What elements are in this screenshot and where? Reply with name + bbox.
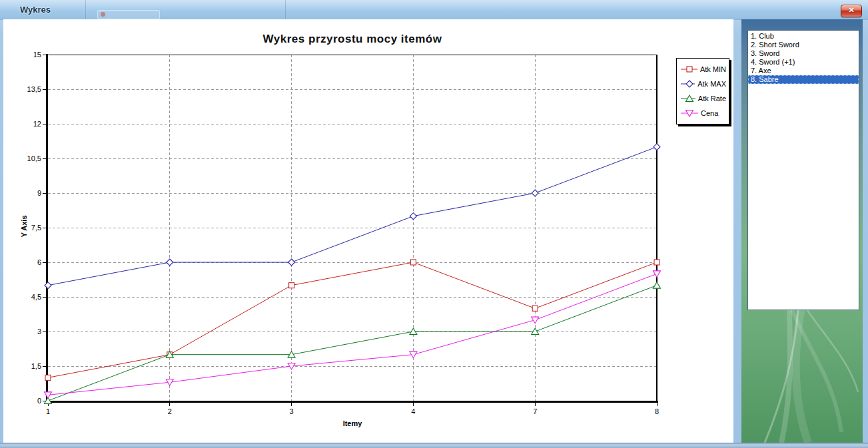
svg-text:15: 15: [33, 51, 41, 59]
legend-item: Atk MAX: [681, 77, 726, 91]
window-bottom-border: [0, 443, 868, 448]
item-panel: 1. Club2. Short Sword3. Sword4. Sword (+…: [741, 19, 863, 443]
background-ghost-button: [97, 10, 160, 19]
chart-canvas: 01,534,567,5910,51213,515123478: [3, 19, 733, 443]
legend-label: Atk MIN: [700, 65, 726, 73]
square-marker-icon: [681, 65, 697, 73]
close-button[interactable]: ✕: [841, 5, 862, 17]
svg-text:3: 3: [290, 407, 294, 415]
svg-text:1,5: 1,5: [31, 362, 41, 370]
svg-text:7,5: 7,5: [31, 224, 41, 232]
window-title: Wykres: [20, 5, 51, 15]
svg-text:13,5: 13,5: [27, 85, 41, 93]
svg-text:9: 9: [37, 189, 41, 197]
legend-label: Cena: [701, 109, 718, 117]
titlebar-glass-ghost: [285, 0, 286, 19]
list-item[interactable]: 1. Club: [748, 32, 859, 41]
svg-text:4,5: 4,5: [31, 293, 41, 301]
list-item[interactable]: 7. Axe: [748, 67, 859, 75]
titlebar-glass-ghost: [85, 0, 86, 19]
svg-text:3: 3: [37, 328, 41, 336]
list-item[interactable]: 8. Sabre: [748, 75, 859, 84]
triangle-down-marker-icon: [681, 109, 698, 117]
svg-text:7: 7: [533, 407, 537, 415]
legend-item: Atk MIN: [681, 62, 726, 77]
chart-legend: Atk MINAtk MAXAtk RateCena: [676, 58, 729, 124]
svg-text:8: 8: [655, 407, 659, 415]
screen: Wykres ✕ Wykres przyrostu mocy itemów Y …: [0, 0, 868, 448]
legend-item: Cena: [681, 106, 726, 120]
svg-text:4: 4: [411, 407, 415, 415]
titlebar[interactable]: Wykres ✕: [0, 0, 868, 20]
svg-text:0: 0: [37, 397, 41, 405]
list-item[interactable]: 4. Sword (+1): [748, 58, 859, 67]
svg-text:12: 12: [33, 120, 41, 128]
diamond-marker-icon: [681, 80, 695, 88]
list-item[interactable]: 2. Short Sword: [748, 41, 859, 49]
background-ghost-icon: [101, 12, 105, 17]
legend-item: Atk Rate: [681, 91, 726, 106]
svg-text:10,5: 10,5: [27, 154, 41, 162]
svg-text:2: 2: [168, 407, 172, 415]
item-listbox[interactable]: 1. Club2. Short Sword3. Sword4. Sword (+…: [747, 30, 859, 310]
legend-label: Atk MAX: [697, 80, 726, 88]
svg-text:6: 6: [37, 258, 41, 266]
chart-panel: Wykres przyrostu mocy itemów Y Axis Item…: [3, 19, 733, 443]
legend-label: Atk Rate: [698, 95, 726, 103]
close-icon: ✕: [848, 6, 854, 14]
svg-text:1: 1: [46, 407, 50, 415]
triangle-up-marker-icon: [681, 95, 695, 103]
list-item[interactable]: 3. Sword: [748, 49, 859, 58]
